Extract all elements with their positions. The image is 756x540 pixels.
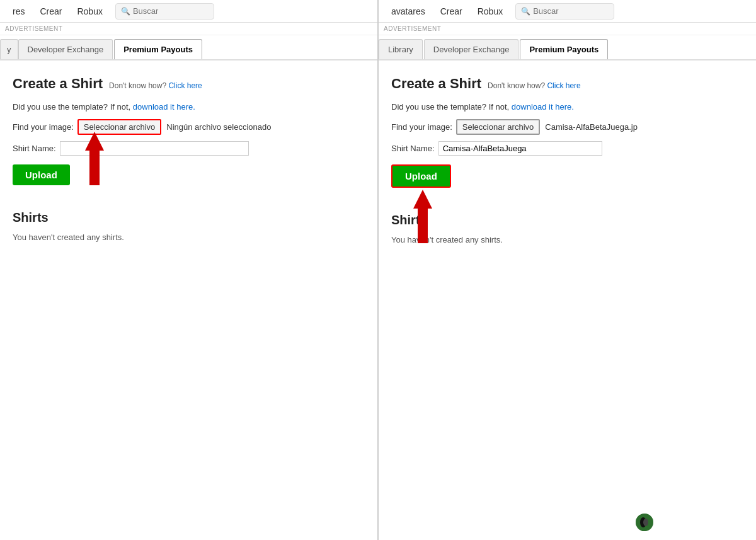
right-dont-know-text: Don't know how? Click here — [488, 81, 581, 90]
left-download-link[interactable]: download it here. — [133, 102, 195, 112]
left-shirt-name-row: Shirt Name: — [13, 141, 365, 156]
right-nav-item-robux[interactable]: Robux — [470, 0, 510, 23]
left-nav-bar: res Crear Robux 🔍 — [0, 0, 377, 23]
right-tab-developer-exchange[interactable]: Developer Exchange — [424, 39, 519, 59]
left-click-here-link[interactable]: Click here — [168, 81, 202, 90]
left-find-image-row: Find your image: Seleccionar archivo Nin… — [13, 119, 365, 135]
svg-rect-4 — [418, 209, 428, 243]
left-panel: res Crear Robux 🔍 ADVERTISEMENT y Develo… — [0, 0, 378, 540]
right-tab-library[interactable]: Library — [379, 39, 423, 59]
right-template-text: Did you use the template? If not, downlo… — [391, 102, 743, 112]
left-search-icon: 🔍 — [121, 7, 130, 16]
watermark-logo-svg — [636, 514, 653, 531]
right-upload-wrapper: Upload — [391, 164, 743, 200]
right-nav-bar: avatares Crear Robux 🔍 — [379, 0, 756, 23]
left-no-shirts-text: You haven't created any shirts. — [13, 233, 365, 242]
watermark-logo — [636, 514, 653, 531]
left-find-image-label: Find your image: — [13, 122, 74, 132]
left-nav-item-robux[interactable]: Robux — [69, 0, 110, 23]
right-click-here-link[interactable]: Click here — [547, 81, 580, 90]
left-content: Create a Shirt Don't know how? Click her… — [0, 60, 377, 540]
left-template-text: Did you use the template? If not, downlo… — [13, 102, 365, 112]
right-search-icon: 🔍 — [521, 7, 530, 16]
right-ad-bar: ADVERTISEMENT — [379, 23, 756, 35]
left-shirts-heading: Shirts — [13, 210, 365, 225]
right-nav-item-crear[interactable]: Crear — [433, 0, 470, 23]
left-ad-bar: ADVERTISEMENT — [0, 23, 377, 35]
left-upload-wrapper: Upload — [13, 164, 365, 198]
right-file-name-text: Camisa-AlfaBetaJuega.jp — [545, 122, 638, 132]
right-create-shirt-row: Create a Shirt Don't know how? Click her… — [391, 76, 743, 95]
svg-marker-3 — [413, 190, 432, 209]
left-dont-know-text: Don't know how? Click here — [109, 81, 202, 90]
left-nav-item-res[interactable]: res — [5, 0, 32, 23]
left-tab-y[interactable]: y — [0, 39, 18, 59]
right-download-link[interactable]: download it here. — [512, 102, 574, 112]
left-tab-premium-payouts[interactable]: Premium Payouts — [114, 39, 202, 59]
left-create-shirt-row: Create a Shirt Don't know how? Click her… — [13, 76, 365, 95]
left-nav-item-crear[interactable]: Crear — [32, 0, 69, 23]
right-find-image-label: Find your image: — [391, 122, 452, 132]
right-nav-item-avatares[interactable]: avatares — [384, 0, 433, 23]
watermark: ALFA BETA — [631, 511, 750, 534]
left-search-input[interactable] — [133, 6, 209, 16]
left-tab-developer-exchange[interactable]: Developer Exchange — [18, 39, 113, 59]
svg-point-7 — [643, 519, 648, 526]
right-content: Create a Shirt Don't know how? Click her… — [379, 60, 756, 540]
left-no-file-text: Ningún archivo seleccionado — [166, 122, 271, 132]
right-shirt-name-label: Shirt Name: — [391, 144, 435, 153]
right-find-image-row: Find your image: Seleccionar archivo Cam… — [391, 119, 743, 135]
page-container: res Crear Robux 🔍 ADVERTISEMENT y Develo… — [0, 0, 756, 540]
right-search-box[interactable]: 🔍 — [515, 3, 614, 20]
right-select-file-button[interactable]: Seleccionar archivo — [456, 119, 540, 135]
right-shirts-heading: Shirts — [391, 213, 743, 227]
left-search-box[interactable]: 🔍 — [115, 3, 214, 20]
left-tabs-bar: y Developer Exchange Premium Payouts — [0, 35, 377, 60]
left-red-arrow — [76, 132, 113, 188]
right-tabs-bar: Library Developer Exchange Premium Payou… — [379, 35, 756, 60]
left-shirt-name-label: Shirt Name: — [13, 144, 56, 153]
right-shirt-name-row: Shirt Name: — [391, 141, 743, 156]
watermark-label: ALFA BETA — [657, 514, 745, 531]
left-create-shirt-title: Create a Shirt — [13, 76, 103, 92]
right-shirt-name-input[interactable] — [438, 141, 602, 156]
right-panel: avatares Crear Robux 🔍 ADVERTISEMENT Lib… — [379, 0, 756, 540]
right-tab-premium-payouts[interactable]: Premium Payouts — [520, 39, 608, 59]
right-no-shirts-text: You haven't created any shirts. — [391, 235, 743, 244]
right-search-input[interactable] — [533, 6, 609, 16]
svg-marker-1 — [85, 132, 104, 151]
right-red-arrow — [404, 190, 442, 246]
left-upload-button[interactable]: Upload — [13, 164, 70, 185]
right-upload-button[interactable]: Upload — [391, 164, 451, 188]
split-view: res Crear Robux 🔍 ADVERTISEMENT y Develo… — [0, 0, 756, 540]
right-create-shirt-title: Create a Shirt — [391, 76, 481, 92]
svg-rect-2 — [89, 151, 100, 185]
